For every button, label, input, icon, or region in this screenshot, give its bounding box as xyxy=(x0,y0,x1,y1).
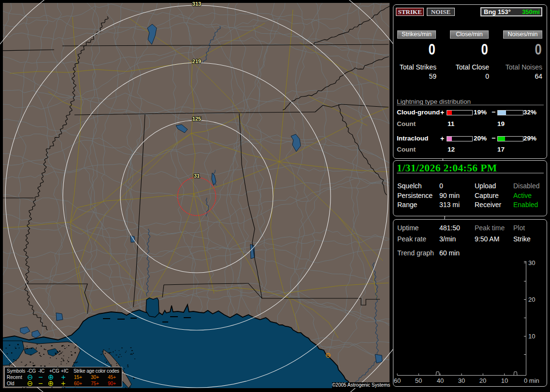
svg-text:31: 31 xyxy=(194,173,200,179)
svg-text:40: 40 xyxy=(437,377,444,384)
svg-text:60: 60 xyxy=(394,377,401,384)
svg-text:10: 10 xyxy=(501,377,508,384)
svg-text:30: 30 xyxy=(458,377,465,384)
svg-text:0 min: 0 min xyxy=(524,377,539,384)
svg-text:10: 10 xyxy=(528,333,535,340)
svg-text:313: 313 xyxy=(192,1,201,7)
svg-text:20: 20 xyxy=(528,296,535,303)
svg-text:125: 125 xyxy=(192,116,201,122)
svg-text:30: 30 xyxy=(528,259,535,266)
svg-text:50: 50 xyxy=(415,377,422,384)
svg-text:20: 20 xyxy=(479,377,486,384)
svg-text:219: 219 xyxy=(192,58,201,64)
